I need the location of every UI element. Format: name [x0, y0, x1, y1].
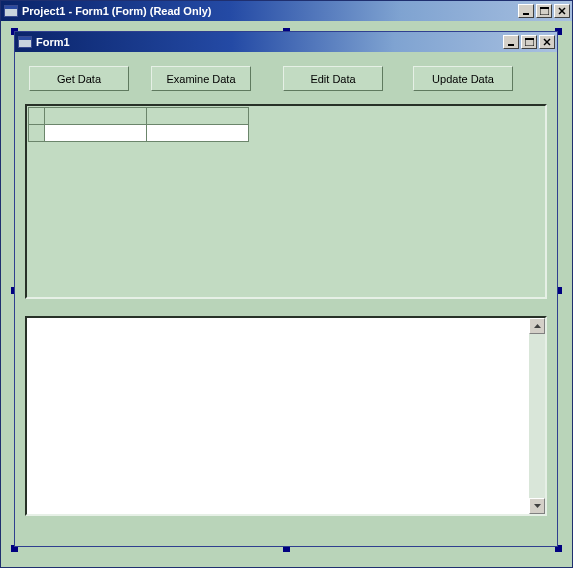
svg-rect-7	[525, 38, 534, 40]
outer-title: Project1 - Form1 (Form) (Read Only)	[22, 5, 518, 17]
minimize-icon	[522, 7, 530, 15]
outer-maximize-button[interactable]	[536, 4, 552, 18]
minimize-icon	[507, 38, 515, 46]
inner-titlebar: Form1	[15, 32, 557, 52]
inner-window-buttons	[503, 35, 555, 49]
grid-col-header[interactable]	[45, 108, 147, 125]
svg-rect-5	[508, 44, 514, 46]
inner-title: Form1	[36, 36, 503, 48]
button-label: Edit Data	[310, 73, 355, 85]
examine-data-button[interactable]: Examine Data	[151, 66, 251, 91]
close-icon	[543, 38, 551, 46]
grid-col-header[interactable]	[147, 108, 249, 125]
svg-marker-11	[534, 504, 541, 508]
update-data-button[interactable]: Update Data	[413, 66, 513, 91]
grid-corner[interactable]	[29, 108, 45, 125]
button-label: Update Data	[432, 73, 494, 85]
chevron-down-icon	[534, 504, 541, 508]
inner-close-button[interactable]	[539, 35, 555, 49]
button-label: Get Data	[57, 73, 101, 85]
button-label: Examine Data	[166, 73, 235, 85]
design-surface[interactable]: Form1 Get Data	[1, 21, 572, 567]
outer-minimize-button[interactable]	[518, 4, 534, 18]
maximize-icon	[540, 7, 549, 15]
svg-rect-0	[523, 13, 529, 15]
form-client-area[interactable]: Get Data Examine Data Edit Data Update D…	[17, 54, 555, 544]
outer-titlebar: Project1 - Form1 (Form) (Read Only)	[1, 1, 572, 21]
inner-minimize-button[interactable]	[503, 35, 519, 49]
outer-window-buttons	[518, 4, 570, 18]
maximize-icon	[525, 38, 534, 46]
grid-row-header[interactable]	[29, 125, 45, 142]
grid-header-row	[29, 108, 249, 125]
inner-maximize-button[interactable]	[521, 35, 537, 49]
scroll-down-button[interactable]	[529, 498, 545, 514]
svg-marker-10	[534, 324, 541, 328]
edit-data-button[interactable]: Edit Data	[283, 66, 383, 91]
form-icon	[18, 36, 32, 48]
outer-close-button[interactable]	[554, 4, 570, 18]
close-icon	[558, 7, 566, 15]
scroll-up-button[interactable]	[529, 318, 545, 334]
grid-table	[28, 107, 249, 142]
table-row	[29, 125, 249, 142]
grid-cell[interactable]	[147, 125, 249, 142]
form-window[interactable]: Form1 Get Data	[14, 31, 558, 547]
vertical-scrollbar[interactable]	[529, 318, 545, 514]
output-textbox[interactable]	[25, 316, 547, 516]
svg-rect-2	[540, 7, 549, 9]
chevron-up-icon	[534, 324, 541, 328]
data-grid[interactable]	[25, 104, 547, 299]
grid-cell[interactable]	[45, 125, 147, 142]
get-data-button[interactable]: Get Data	[29, 66, 129, 91]
form-icon	[4, 5, 18, 17]
designer-window: Project1 - Form1 (Form) (Read Only) F	[0, 0, 573, 568]
